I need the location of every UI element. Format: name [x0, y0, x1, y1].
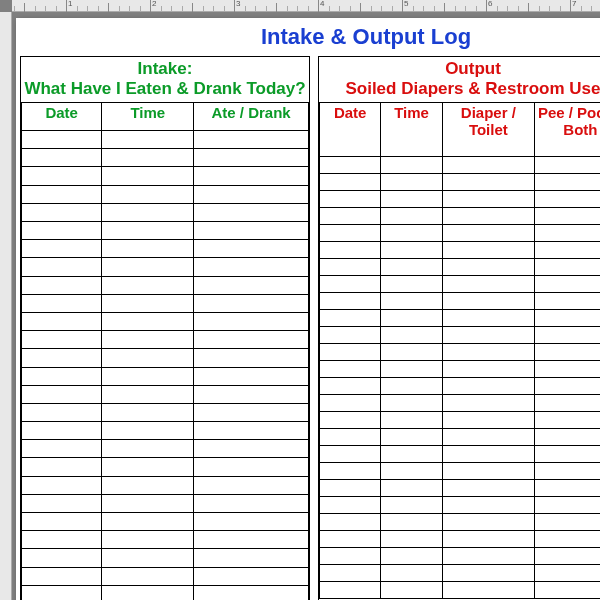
table-cell	[320, 412, 381, 429]
table-row	[22, 258, 309, 276]
table-row	[320, 225, 601, 242]
table-row	[320, 429, 601, 446]
table-cell	[381, 225, 442, 242]
table-cell	[381, 480, 442, 497]
table-cell	[381, 565, 442, 582]
ruler-label: 7	[572, 0, 576, 8]
table-cell	[320, 531, 381, 548]
table-row	[320, 174, 601, 191]
table-cell	[442, 480, 534, 497]
table-cell	[320, 276, 381, 293]
table-cell	[534, 310, 600, 327]
table-cell	[102, 585, 194, 600]
table-cell	[22, 585, 102, 600]
table-row	[22, 494, 309, 512]
table-cell	[534, 480, 600, 497]
table-cell	[534, 429, 600, 446]
table-cell	[320, 327, 381, 344]
ruler-label: 1	[68, 0, 72, 8]
table-cell	[102, 403, 194, 421]
table-cell	[381, 344, 442, 361]
table-cell	[320, 361, 381, 378]
intake-col-date: Date	[22, 103, 102, 131]
output-heading-line2: Soiled Diapers & Restroom Use	[345, 79, 600, 98]
table-cell	[102, 422, 194, 440]
table-cell	[381, 497, 442, 514]
table-cell	[194, 422, 309, 440]
table-cell	[194, 513, 309, 531]
table-cell	[194, 385, 309, 403]
table-cell	[534, 225, 600, 242]
table-cell	[22, 403, 102, 421]
table-row	[320, 531, 601, 548]
table-cell	[534, 378, 600, 395]
table-row	[22, 531, 309, 549]
table-cell	[381, 429, 442, 446]
table-cell	[534, 327, 600, 344]
table-row	[320, 514, 601, 531]
table-cell	[442, 446, 534, 463]
table-cell	[22, 131, 102, 149]
table-cell	[534, 531, 600, 548]
table-cell	[22, 513, 102, 531]
table-cell	[22, 149, 102, 167]
table-row	[320, 259, 601, 276]
table-row	[22, 131, 309, 149]
table-cell	[442, 429, 534, 446]
table-cell	[381, 548, 442, 565]
table-cell	[534, 157, 600, 174]
table-row	[22, 167, 309, 185]
table-cell	[534, 174, 600, 191]
table-cell	[442, 565, 534, 582]
table-cell	[320, 548, 381, 565]
table-row	[22, 513, 309, 531]
horizontal-ruler: 1234567	[12, 0, 600, 12]
table-cell	[102, 331, 194, 349]
table-cell	[320, 344, 381, 361]
table-cell	[381, 310, 442, 327]
table-cell	[442, 395, 534, 412]
table-cell	[194, 240, 309, 258]
output-col-diaper: Diaper / Toilet	[442, 103, 534, 157]
table-cell	[194, 331, 309, 349]
table-cell	[102, 167, 194, 185]
table-cell	[381, 242, 442, 259]
table-cell	[320, 293, 381, 310]
table-cell	[102, 440, 194, 458]
table-cell	[442, 259, 534, 276]
table-row	[320, 446, 601, 463]
table-cell	[381, 412, 442, 429]
output-col-time: Time	[381, 103, 442, 157]
table-row	[320, 463, 601, 480]
table-cell	[442, 582, 534, 599]
table-row	[320, 208, 601, 225]
table-cell	[22, 367, 102, 385]
table-cell	[381, 191, 442, 208]
table-cell	[320, 208, 381, 225]
table-cell	[22, 240, 102, 258]
ruler-label: 3	[236, 0, 240, 8]
table-cell	[102, 494, 194, 512]
table-row	[22, 367, 309, 385]
table-row	[320, 276, 601, 293]
table-cell	[22, 331, 102, 349]
table-cell	[22, 167, 102, 185]
table-cell	[22, 222, 102, 240]
table-cell	[320, 157, 381, 174]
vertical-ruler	[0, 12, 12, 600]
output-col-date: Date	[320, 103, 381, 157]
table-cell	[320, 242, 381, 259]
table-row	[22, 422, 309, 440]
table-cell	[22, 294, 102, 312]
table-cell	[102, 476, 194, 494]
table-row	[22, 349, 309, 367]
ruler-label: 5	[404, 0, 408, 8]
table-cell	[534, 344, 600, 361]
page-title: Intake & Output Log	[16, 24, 600, 50]
table-row	[22, 276, 309, 294]
table-cell	[194, 403, 309, 421]
table-cell	[442, 157, 534, 174]
table-cell	[381, 582, 442, 599]
table-row	[320, 361, 601, 378]
table-cell	[320, 497, 381, 514]
